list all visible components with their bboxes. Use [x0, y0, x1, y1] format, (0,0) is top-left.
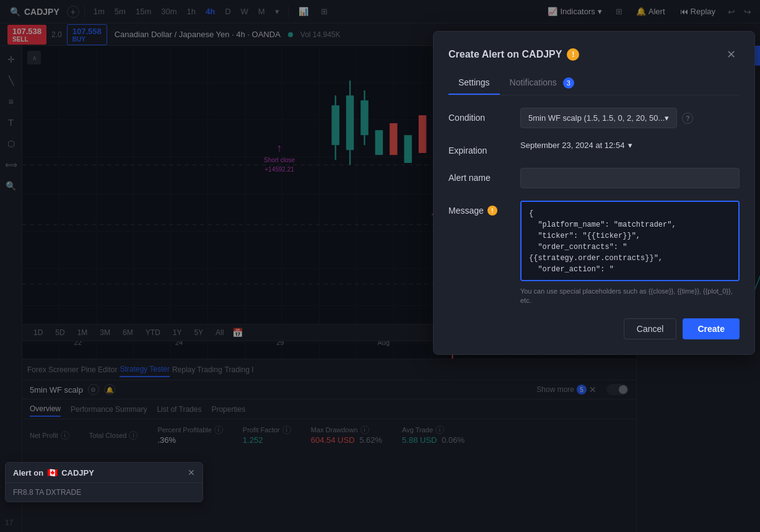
notifications-badge: 3 — [563, 77, 574, 89]
alert-on-label: Alert on 🇨🇦 CADJPY — [13, 468, 94, 477]
warning-icon: ! — [567, 48, 579, 61]
alert-popup: Alert on 🇨🇦 CADJPY ✕ FR8.8 TA DXTRADE — [5, 462, 203, 502]
cancel-button[interactable]: Cancel — [624, 318, 677, 339]
alert-name-label: Alert name — [448, 168, 510, 183]
condition-select-row: 5min WF scalp (1.5, 1.5, 0, 2, 20, 50...… — [520, 108, 740, 128]
chevron-down-icon-exp: ▾ — [628, 141, 632, 150]
flag-icon: 🇨🇦 — [47, 468, 58, 477]
message-label: Message ! — [448, 201, 510, 216]
expiration-label: Expiration — [448, 141, 510, 155]
condition-row: Condition 5min WF scalp (1.5, 1.5, 0, 2,… — [448, 108, 740, 128]
message-textarea[interactable]: { "platform_name": "matchtrader", "ticke… — [520, 201, 740, 281]
alert-popup-close[interactable]: ✕ — [188, 468, 195, 477]
condition-value: 5min WF scalp (1.5, 1.5, 0, 2, 20, 50... — [528, 113, 665, 123]
tab-settings[interactable]: Settings — [448, 72, 500, 95]
alert-popup-body: FR8.8 TA DXTRADE — [6, 483, 203, 502]
create-button[interactable]: Create — [683, 318, 740, 339]
modal-overlay: Create Alert on CADJPY ! ✕ Settings Noti… — [0, 0, 760, 532]
message-row: Message ! { "platform_name": "matchtrade… — [448, 201, 740, 306]
tab-notifications[interactable]: Notifications 3 — [500, 72, 584, 95]
alert-name-wrap — [520, 168, 740, 188]
expiration-wrap: September 23, 2024 at 12:54 ▾ — [520, 141, 740, 150]
condition-help-icon[interactable]: ? — [682, 113, 693, 124]
alert-name-row: Alert name — [448, 168, 740, 188]
condition-label: Condition — [448, 108, 510, 123]
modal-header: Create Alert on CADJPY ! ✕ — [448, 46, 740, 63]
expiration-row: Expiration September 23, 2024 at 12:54 ▾ — [448, 141, 740, 155]
modal-close-button[interactable]: ✕ — [723, 46, 740, 63]
condition-wrap: 5min WF scalp (1.5, 1.5, 0, 2, 20, 50...… — [520, 108, 740, 128]
chevron-down-icon: ▾ — [665, 113, 669, 123]
message-warning-icon: ! — [487, 206, 497, 216]
condition-select[interactable]: 5min WF scalp (1.5, 1.5, 0, 2, 20, 50...… — [520, 108, 677, 128]
message-helper-text: You can use special placeholders such as… — [520, 287, 740, 306]
alert-symbol: CADJPY — [61, 468, 94, 477]
modal-title-text: Create Alert on CADJPY — [448, 49, 562, 60]
alert-popup-header: Alert on 🇨🇦 CADJPY ✕ — [6, 463, 203, 483]
alert-source: FR8.8 TA DXTRADE — [13, 488, 81, 497]
modal-title: Create Alert on CADJPY ! — [448, 48, 579, 61]
modal-footer: Cancel Create — [448, 318, 740, 339]
expiration-value: September 23, 2024 at 12:54 — [520, 141, 624, 150]
expiration-select[interactable]: September 23, 2024 at 12:54 ▾ — [520, 141, 740, 150]
modal-tabs: Settings Notifications 3 — [448, 72, 740, 95]
message-wrap: { "platform_name": "matchtrader", "ticke… — [520, 201, 740, 306]
alert-name-input[interactable] — [520, 168, 740, 188]
create-alert-modal: Create Alert on CADJPY ! ✕ Settings Noti… — [433, 31, 755, 355]
